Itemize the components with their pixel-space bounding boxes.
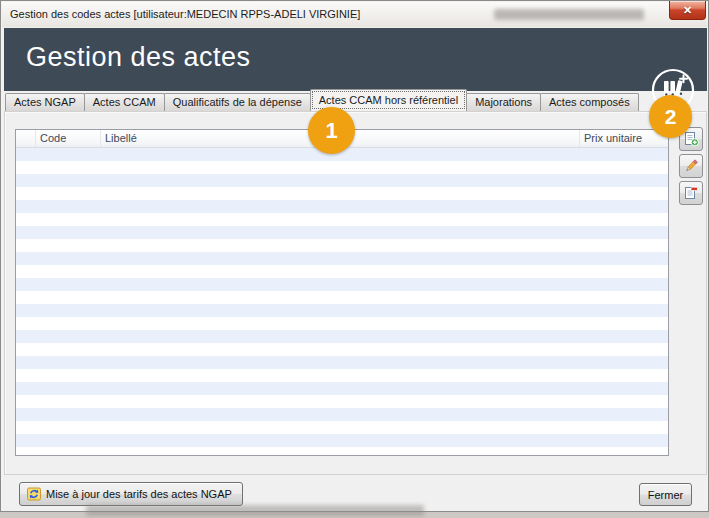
tab-qualificatifs-depense[interactable]: Qualificatifs de la dépense <box>164 93 311 111</box>
edit-act-icon <box>683 158 699 174</box>
badge-2-number: 2 <box>665 105 677 129</box>
dialog-window: Gestion des codes actes [utilisateur:MED… <box>0 0 709 512</box>
badge-1-number: 1 <box>325 118 337 144</box>
column-selector[interactable] <box>16 130 36 147</box>
edit-act-button[interactable] <box>679 154 703 178</box>
delete-act-icon <box>683 185 699 201</box>
fermer-button[interactable]: Fermer <box>639 483 692 506</box>
page-header: Gestion des actes <box>4 28 707 91</box>
page-title: Gestion des actes <box>26 42 251 73</box>
acts-table: Code Libellé Prix unitaire <box>15 129 669 456</box>
tab-actes-composes[interactable]: Actes composés <box>540 93 639 111</box>
column-code[interactable]: Code <box>36 130 101 147</box>
table-body-empty[interactable] <box>16 148 668 455</box>
add-act-icon <box>683 131 699 147</box>
tab-actes-ccam[interactable]: Actes CCAM <box>84 93 165 111</box>
redacted-text <box>494 9 644 20</box>
delete-act-button[interactable] <box>679 181 703 205</box>
column-prix-unitaire[interactable]: Prix unitaire <box>580 130 668 147</box>
titlebar[interactable]: Gestion des codes actes [utilisateur:MED… <box>2 2 707 27</box>
refresh-icon <box>26 486 42 502</box>
window-title: Gestion des codes actes [utilisateur:MED… <box>10 8 360 20</box>
tab-majorations[interactable]: Majorations <box>466 93 541 111</box>
screenshot-stage: Gestion des codes actes [utilisateur:MED… <box>0 0 709 518</box>
annotation-badge-2: 2 <box>649 95 692 138</box>
update-ngap-tariffs-button[interactable]: Mise à jour des tarifs des actes NGAP <box>19 482 243 506</box>
fermer-label: Fermer <box>648 489 683 501</box>
close-icon: ✕ <box>683 5 692 16</box>
annotation-badge-1: 1 <box>308 107 355 154</box>
redacted-background <box>86 505 424 516</box>
update-ngap-tariffs-label: Mise à jour des tarifs des actes NGAP <box>46 488 232 500</box>
tab-actes-ngap[interactable]: Actes NGAP <box>5 93 85 111</box>
close-window-button[interactable]: ✕ <box>669 1 706 20</box>
